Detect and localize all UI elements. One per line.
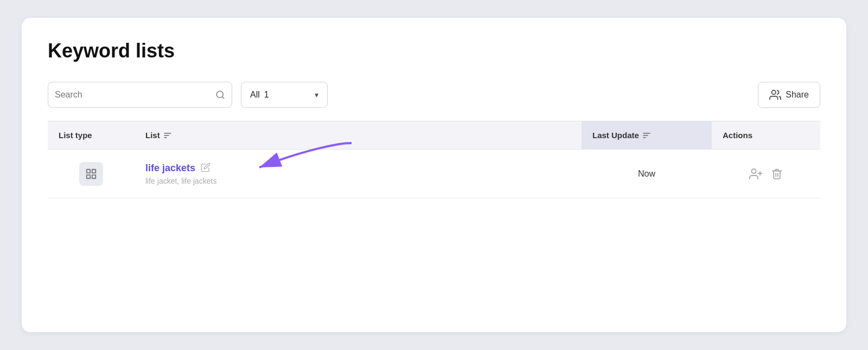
svg-rect-10 bbox=[92, 169, 95, 172]
filter-count: 1 bbox=[264, 90, 269, 100]
add-user-icon bbox=[749, 167, 762, 180]
sort-list-icon[interactable] bbox=[163, 130, 172, 140]
filter-dropdown[interactable]: All 1 ▾ bbox=[241, 82, 328, 108]
search-button[interactable] bbox=[215, 90, 225, 100]
list-type-icon bbox=[79, 162, 103, 186]
chevron-down-icon: ▾ bbox=[315, 90, 318, 99]
table-row: life jackets bbox=[48, 150, 820, 198]
filter-label: All bbox=[250, 90, 260, 100]
main-card: Keyword lists All 1 ▾ bbox=[22, 18, 846, 332]
svg-point-2 bbox=[772, 90, 776, 94]
col-last-update: Last Update bbox=[582, 121, 712, 149]
col-list-type: List type bbox=[48, 121, 135, 149]
table-header: List type List Last Update bbox=[48, 121, 820, 150]
trash-icon bbox=[771, 168, 783, 180]
keyword-list-table: List type List Last Update bbox=[48, 121, 820, 198]
search-input[interactable] bbox=[55, 90, 215, 100]
share-label: Share bbox=[786, 90, 809, 100]
last-update-value: Now bbox=[638, 169, 655, 179]
svg-rect-9 bbox=[87, 169, 90, 172]
svg-point-14 bbox=[752, 169, 756, 173]
col-actions: Actions bbox=[712, 121, 820, 149]
list-name-row: life jackets bbox=[145, 163, 210, 174]
svg-rect-12 bbox=[87, 174, 90, 178]
edit-icon[interactable] bbox=[201, 163, 210, 174]
toolbar: All 1 ▾ Share bbox=[48, 82, 820, 108]
share-button[interactable]: Share bbox=[758, 82, 820, 108]
sort-lastupdate-icon[interactable] bbox=[642, 130, 651, 140]
svg-line-1 bbox=[222, 96, 224, 98]
list-type-cell bbox=[48, 153, 135, 195]
actions-cell bbox=[712, 159, 820, 189]
page-title: Keyword lists bbox=[48, 40, 820, 62]
delete-button[interactable] bbox=[771, 168, 783, 180]
search-box bbox=[48, 82, 232, 108]
list-name-link[interactable]: life jackets bbox=[145, 163, 195, 174]
grid-icon bbox=[85, 168, 97, 180]
list-name-cell: life jackets bbox=[135, 154, 582, 194]
share-icon bbox=[769, 89, 781, 101]
search-icon bbox=[215, 90, 225, 100]
add-user-button[interactable] bbox=[749, 167, 762, 180]
svg-rect-11 bbox=[92, 174, 95, 178]
col-list: List bbox=[135, 121, 582, 149]
list-keywords: life jacket, life jackets bbox=[145, 177, 217, 185]
last-update-cell: Now bbox=[582, 160, 712, 187]
